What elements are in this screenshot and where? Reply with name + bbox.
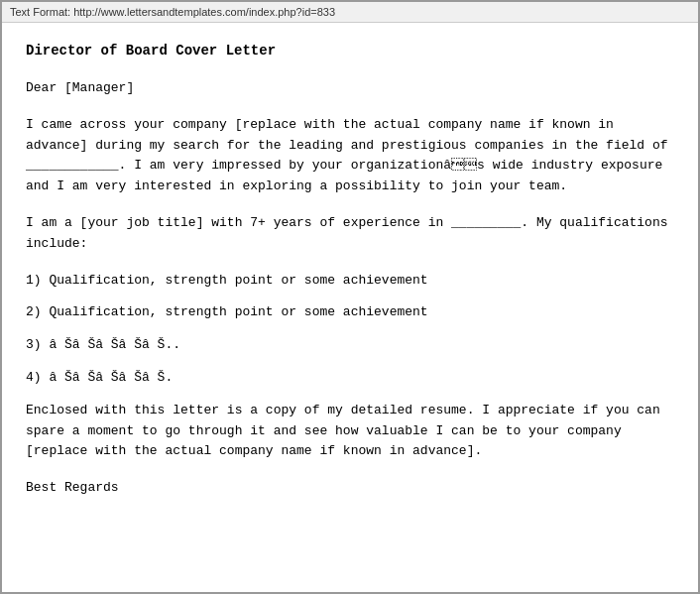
- url-label: Text Format:: [10, 6, 70, 18]
- letter-title: Director of Board Cover Letter: [26, 43, 674, 59]
- list-item-2: 2) Qualification, strength point or some…: [26, 302, 674, 323]
- list-item-1: 1) Qualification, strength point or some…: [26, 271, 674, 292]
- url-bar: Text Format: http://www.lettersandtempla…: [2, 2, 698, 23]
- paragraph-1: I came across your company [replace with…: [26, 115, 674, 197]
- list-item-4: 4) â Šâ Šâ Šâ Šâ Š.: [26, 368, 674, 389]
- closing: Best Regards: [26, 478, 674, 499]
- paragraph-2: I am a [your job title] with 7+ years of…: [26, 213, 674, 255]
- letter-content: Director of Board Cover Letter Dear [Man…: [2, 23, 698, 592]
- letter-body: Dear [Manager] I came across your compan…: [26, 78, 674, 499]
- paragraph-3: Enclosed with this letter is a copy of m…: [26, 401, 674, 462]
- list-item-3: 3) â Šâ Šâ Šâ Šâ Š..: [26, 335, 674, 356]
- url-value: http://www.lettersandtemplates.com/index…: [73, 6, 335, 18]
- greeting: Dear [Manager]: [26, 78, 674, 99]
- browser-window: Text Format: http://www.lettersandtempla…: [0, 0, 700, 594]
